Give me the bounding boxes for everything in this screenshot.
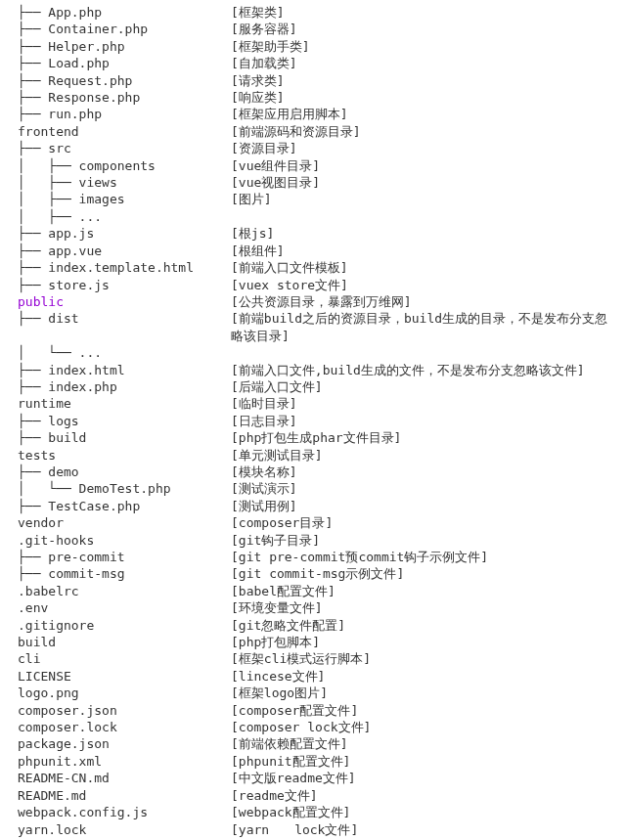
tree-row: .git-hooks[git钩子目录] xyxy=(0,532,626,549)
tree-right: [根js] xyxy=(231,225,626,242)
tree-row: webpack.config.js[webpack配置文件] xyxy=(0,804,626,820)
tree-row: ├── TestCase.php[测试用例] xyxy=(0,498,626,514)
tree-row: ├── App.php[框架类] xyxy=(0,4,626,21)
tree-row: ├── src[资源目录] xyxy=(0,140,626,156)
tree-left: frontend xyxy=(0,123,231,140)
tree-row: │ ├── components[vue组件目录] xyxy=(0,157,626,174)
tree-left: ├── build xyxy=(0,429,231,446)
tree-row: .babelrc[babel配置文件] xyxy=(0,583,626,599)
tree-right: [临时目录] xyxy=(231,395,626,412)
tree-right: [yarn lock文件] xyxy=(231,821,626,838)
tree-row: logo.png[框架logo图片] xyxy=(0,685,626,701)
tree-left: │ ├── ... xyxy=(0,208,231,225)
tree-right: [服务容器] xyxy=(231,21,626,37)
tree-right: [测试用例] xyxy=(231,498,626,514)
tree-left: build xyxy=(0,634,231,650)
tree-left: vendor xyxy=(0,514,231,531)
tree-left: │ └── ... xyxy=(0,344,231,361)
tree-row: ├── Response.php[响应类] xyxy=(0,89,626,106)
tree-row: frontend[前端源码和资源目录] xyxy=(0,123,626,140)
tree-row: composer.lock[composer lock文件] xyxy=(0,719,626,735)
tree-row: package.json[前端依赖配置文件] xyxy=(0,735,626,752)
tree-row: runtime[临时目录] xyxy=(0,395,626,412)
tree-right: [响应类] xyxy=(231,89,626,106)
tree-left: cli xyxy=(0,650,231,667)
tree-row: cli[框架cli模式运行脚本] xyxy=(0,650,626,667)
tree-row: tests[单元测试目录] xyxy=(0,447,626,464)
tree-right: [git pre-commit预commit钩子示例文件] xyxy=(231,549,626,565)
tree-row: public[公共资源目录，暴露到万维网] xyxy=(0,293,626,310)
tree-right: [babel配置文件] xyxy=(231,583,626,599)
tree-left: │ ├── views xyxy=(0,174,231,191)
tree-left: yarn.lock xyxy=(0,821,231,838)
tree-left: ├── Request.php xyxy=(0,72,231,89)
tree-right: [lincese文件] xyxy=(231,668,626,685)
tree-right: [前端依赖配置文件] xyxy=(231,735,626,752)
tree-right: [框架助手类] xyxy=(231,38,626,55)
tree-right: [前端入口文件,build生成的文件，不是发布分支忽略该文件] xyxy=(231,362,626,378)
tree-left: ├── store.js xyxy=(0,277,231,293)
tree-right: [中文版readme文件] xyxy=(231,770,626,786)
tree-right: [请求类] xyxy=(231,72,626,89)
tree-left: .babelrc xyxy=(0,583,231,599)
tree-right: [框架应用启用脚本] xyxy=(231,106,626,122)
tree-right: [phpunit配置文件] xyxy=(231,753,626,770)
tree-row: ├── logs[日志目录] xyxy=(0,413,626,429)
tree-row: ├── app.js[根js] xyxy=(0,225,626,242)
tree-right: [公共资源目录，暴露到万维网] xyxy=(231,293,626,310)
tree-row: │ ├── images[图片] xyxy=(0,191,626,207)
tree-right: [前端源码和资源目录] xyxy=(231,123,626,140)
tree-left: ├── index.template.html xyxy=(0,259,231,276)
tree-right: [图片] xyxy=(231,191,626,207)
tree-row: phpunit.xml[phpunit配置文件] xyxy=(0,753,626,770)
tree-right: [git忽略文件配置] xyxy=(231,617,626,634)
tree-left: .git-hooks xyxy=(0,532,231,549)
tree-left: ├── app.vue xyxy=(0,243,231,259)
tree-right: [git钩子目录] xyxy=(231,532,626,549)
tree-right: [php打包脚本] xyxy=(231,634,626,650)
tree-left: ├── index.html xyxy=(0,362,231,378)
tree-left: .gitignore xyxy=(0,617,231,634)
tree-right: [后端入口文件] xyxy=(231,378,626,395)
tree-right: [前端build之后的资源目录，build生成的目录，不是发布分支忽略该目录] xyxy=(231,310,626,344)
tree-right: [日志目录] xyxy=(231,413,626,429)
tree-row: ├── Request.php[请求类] xyxy=(0,72,626,89)
tree-left: ├── src xyxy=(0,140,231,156)
tree-right: [vue视图目录] xyxy=(231,174,626,191)
tree-right: [composer目录] xyxy=(231,514,626,531)
tree-row: .env[环境变量文件] xyxy=(0,599,626,616)
tree-left: ├── commit-msg xyxy=(0,565,231,582)
tree-right: [composer配置文件] xyxy=(231,702,626,719)
tree-right: [框架cli模式运行脚本] xyxy=(231,650,626,667)
tree-left: │ ├── images xyxy=(0,191,231,207)
tree-left: │ ├── components xyxy=(0,157,231,174)
tree-left: tests xyxy=(0,447,231,464)
tree-left: ├── pre-commit xyxy=(0,549,231,565)
tree-left: logo.png xyxy=(0,685,231,701)
tree-left: ├── run.php xyxy=(0,106,231,122)
tree-right: [框架logo图片] xyxy=(231,685,626,701)
tree-right: [composer lock文件] xyxy=(231,719,626,735)
tree-left: phpunit.xml xyxy=(0,753,231,770)
tree-row: ├── Helper.php[框架助手类] xyxy=(0,38,626,55)
tree-row: ├── index.template.html[前端入口文件模板] xyxy=(0,259,626,276)
tree-left: webpack.config.js xyxy=(0,804,231,820)
tree-right: [根组件] xyxy=(231,243,626,259)
tree-row: │ └── ... xyxy=(0,344,626,361)
tree-left: public xyxy=(0,293,231,310)
tree-left: ├── Response.php xyxy=(0,89,231,106)
tree-left: ├── logs xyxy=(0,413,231,429)
tree-row: ├── dist[前端build之后的资源目录，build生成的目录，不是发布分… xyxy=(0,310,626,344)
tree-left: ├── demo xyxy=(0,464,231,480)
tree-left: composer.lock xyxy=(0,719,231,735)
tree-right: [测试演示] xyxy=(231,480,626,497)
tree-left: ├── Helper.php xyxy=(0,38,231,55)
tree-left: ├── Container.php xyxy=(0,21,231,37)
tree-row: ├── pre-commit[git pre-commit预commit钩子示例… xyxy=(0,549,626,565)
tree-left: README-CN.md xyxy=(0,770,231,786)
tree-left: README.md xyxy=(0,787,231,804)
tree-right: [webpack配置文件] xyxy=(231,804,626,820)
file-tree: ├── App.php[框架类]├── Container.php[服务容器]├… xyxy=(0,4,626,838)
tree-left: package.json xyxy=(0,735,231,752)
tree-row: ├── app.vue[根组件] xyxy=(0,243,626,259)
